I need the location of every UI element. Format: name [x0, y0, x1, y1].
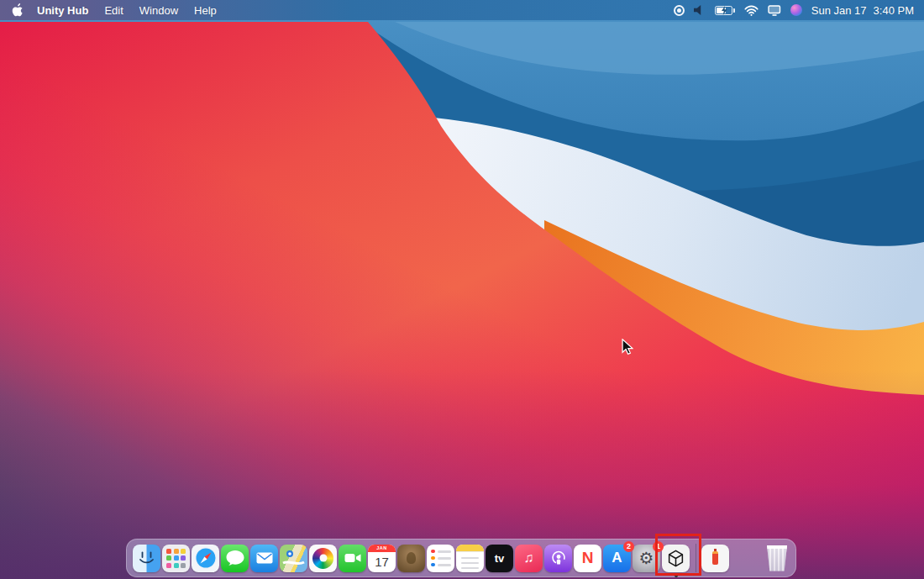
dock-icon-contacts[interactable] [397, 545, 425, 572]
safari-compass-icon [194, 546, 218, 570]
display-icon[interactable] [768, 5, 781, 16]
dock: JAN 17 tv ♫ N A 2 ⚙ 1 [126, 539, 796, 577]
video-camera-icon [343, 548, 363, 568]
envelope-icon [255, 548, 275, 568]
dock-icon-system-preferences[interactable]: ⚙ 1 [633, 545, 660, 572]
menu-bar-status-area: Sun Jan 17 3:40 PM [674, 4, 924, 17]
dock-icon-podcasts[interactable] [544, 545, 572, 572]
news-logo-label: N [582, 549, 594, 567]
contacts-silhouette-icon [407, 552, 416, 564]
screen-recording-icon[interactable] [674, 5, 685, 16]
menu-window[interactable]: Window [139, 4, 178, 17]
unity-cube-icon [666, 549, 685, 568]
tv-logo-label: tv [495, 552, 505, 565]
dock-icon-facetime[interactable] [339, 545, 366, 572]
app-store-badge: 2 [623, 541, 634, 552]
unity-running-indicator [675, 574, 678, 577]
photos-pinwheel-icon [312, 548, 333, 569]
desktop-wallpaper [0, 0, 924, 579]
finder-face-icon [133, 545, 160, 572]
dock-icon-finder[interactable] [133, 545, 160, 572]
calendar-month-label: JAN [368, 545, 396, 552]
volume-icon[interactable] [694, 5, 706, 15]
date-text: Sun Jan 17 [811, 4, 867, 17]
trash-icon[interactable] [765, 545, 789, 571]
dock-icon-music[interactable]: ♫ [515, 545, 543, 572]
wifi-icon[interactable] [744, 5, 759, 16]
apple-logo-icon [12, 3, 24, 17]
dock-icon-tv[interactable]: tv [486, 545, 513, 572]
dock-divider [696, 544, 696, 572]
dock-icon-news[interactable]: N [574, 545, 601, 572]
battery-charging-icon[interactable] [715, 6, 735, 15]
podcasts-broadcast-icon [549, 549, 568, 567]
music-note-icon: ♫ [524, 550, 534, 566]
dock-icon-notes[interactable] [456, 545, 484, 572]
dock-icon-reminders[interactable] [427, 545, 454, 572]
installer-package-icon [712, 551, 718, 565]
dock-icon-calendar[interactable]: JAN 17 [368, 545, 396, 572]
app-menu-title[interactable]: Unity Hub [37, 4, 88, 17]
dock-icon-launchpad[interactable] [162, 545, 190, 572]
dock-icon-installer[interactable] [701, 545, 729, 572]
speech-bubble-icon [225, 549, 245, 567]
mouse-cursor-icon [622, 339, 633, 355]
dock-icon-maps[interactable] [280, 545, 307, 572]
time-text: 3:40 PM [874, 4, 914, 17]
system-preferences-badge: 1 [653, 541, 664, 552]
maps-pin-icon [280, 545, 307, 572]
dock-icon-unity-hub[interactable] [662, 545, 690, 572]
app-store-logo-label: A [612, 550, 622, 566]
dock-icon-photos[interactable] [309, 545, 337, 572]
menu-edit[interactable]: Edit [104, 4, 123, 17]
dock-icon-messages[interactable] [221, 545, 249, 572]
menu-bar-clock[interactable]: Sun Jan 17 3:40 PM [811, 4, 914, 17]
calendar-day-label: 17 [368, 552, 396, 572]
dock-icon-mail[interactable] [250, 545, 278, 572]
menu-bar-left: Unity Hub Edit Window Help [0, 3, 233, 17]
notes-header-strip [456, 545, 484, 552]
dock-icon-app-store[interactable]: A 2 [603, 545, 631, 572]
menu-bar: Unity Hub Edit Window Help [0, 0, 924, 20]
menu-help[interactable]: Help [194, 4, 217, 17]
dock-icon-safari[interactable] [192, 545, 219, 572]
gear-icon: ⚙ [639, 550, 654, 566]
launchpad-grid-icon [166, 549, 186, 568]
apple-menu[interactable] [12, 3, 24, 17]
siri-icon[interactable] [790, 4, 802, 16]
